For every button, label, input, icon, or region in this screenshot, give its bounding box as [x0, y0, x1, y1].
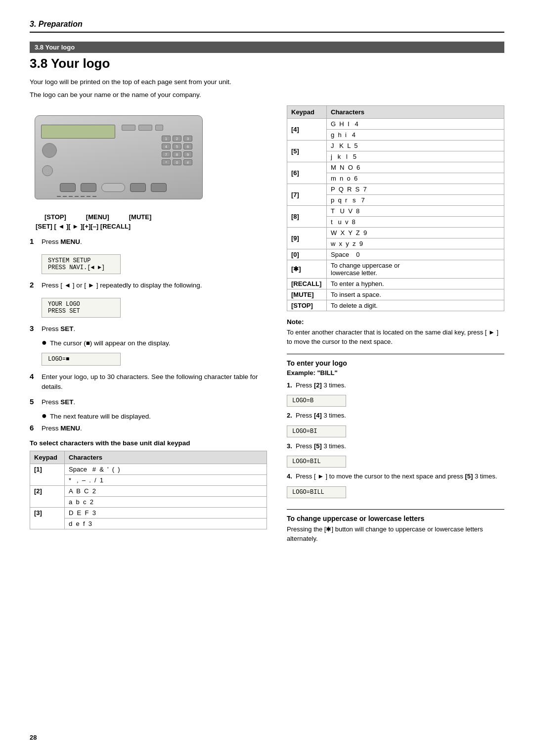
section-title: 3. Preparation	[30, 20, 83, 28]
enter-logo-title: To enter your logo	[287, 359, 504, 367]
section-header: 3. Preparation	[30, 20, 504, 33]
fax-illustration: 1 2 3 4 5 6 7 8 9 * 0 #	[35, 110, 213, 209]
step-3-bullet: ● The cursor (■) will appear on the disp…	[42, 339, 267, 348]
step-5: 5 Press SET.	[30, 397, 267, 407]
table-row: [5] J K L 5	[287, 140, 504, 151]
menu-label: [MENU]	[86, 213, 109, 221]
intro-line2: The logo can be your name or the name of…	[30, 90, 504, 100]
logo-display-bill: LOGO=BILL	[287, 486, 346, 498]
step-6: 6 Press MENU.	[30, 424, 267, 433]
right-char-table: Keypad Characters [4] G H I 4 g h i 4 [5…	[287, 105, 504, 311]
table-row: [7] P Q R S 7	[287, 184, 504, 194]
table-row: [0] Space 0	[287, 249, 504, 260]
step-3: 3 Press SET.	[30, 324, 267, 334]
chapter-title-bar: 3.8 Your logo	[30, 42, 504, 53]
logo-display-bil: LOGO=BIL	[287, 456, 346, 468]
right-table-chars-header: Characters	[327, 105, 504, 118]
note-title: Note:	[287, 318, 504, 326]
logo-display-b: LOGO=B	[287, 395, 346, 407]
stop-label: [STOP]	[44, 213, 66, 221]
left-table-keypad-header: Keypad	[30, 451, 65, 464]
left-char-table: Keypad Characters [1] Space # & ' ( ) * …	[30, 451, 267, 529]
right-column: Keypad Characters [4] G H I 4 g h i 4 [5…	[287, 105, 504, 544]
table-row: d e f 3	[30, 519, 267, 529]
left-table-chars-header: Characters	[65, 451, 267, 464]
enter-logo-section: To enter your logo Example: "BILL" 1. Pr…	[287, 354, 504, 502]
note-text: To enter another character that is locat…	[287, 328, 504, 347]
step-5-bullet: ● The next feature will be displayed.	[42, 412, 267, 422]
enter-step-1: 1. Press [2] 3 times.	[287, 380, 504, 390]
logo-display-bi: LOGO=BI	[287, 425, 346, 437]
table-row: [9] W X Y Z 9	[287, 227, 504, 238]
enter-step-3: 3. Press [5] 3 times.	[287, 441, 504, 451]
chapter-title-bar-text: 3.8 Your logo	[35, 44, 75, 51]
note-section: Note: To enter another character that is…	[287, 318, 504, 347]
table-row: [6] M N O 6	[287, 162, 504, 173]
enter-step-2: 2. Press [4] 3 times.	[287, 411, 504, 421]
table-row: [1] Space # & ' ( )	[30, 464, 267, 475]
fax-key-labels-row1: [STOP] [MENU] [MUTE]	[44, 213, 267, 221]
keypad-instruction: To select characters with the base unit …	[30, 439, 267, 447]
right-table-keypad-header: Keypad	[287, 105, 327, 118]
mute-label: [MUTE]	[129, 213, 152, 221]
enter-logo-subtitle: Example: "BILL"	[287, 369, 504, 377]
display-logo-cursor: LOGO=■	[42, 353, 121, 366]
table-row: a b c 2	[30, 497, 267, 508]
change-case-title: To change uppercase or lowercase letters	[287, 515, 504, 522]
intro-line1: Your logo will be printed on the top of …	[30, 77, 504, 87]
table-row: [4] G H I 4	[287, 118, 504, 129]
left-column: 1 2 3 4 5 6 7 8 9 * 0 #	[30, 105, 267, 544]
table-row: [3] D E F 3	[30, 508, 267, 519]
display-your-logo: YOUR LOGOPRESS SET	[42, 298, 121, 318]
table-row: [RECALL] To enter a hyphen.	[287, 278, 504, 289]
change-case-text: Pressing the [✱] button will change to u…	[287, 524, 504, 544]
change-case-section: To change uppercase or lowercase letters…	[287, 509, 504, 544]
step-2: 2 Press [ ◄ ] or [ ► ] repeatedly to dis…	[30, 281, 267, 290]
page-title: 3.8 Your logo	[30, 56, 504, 71]
table-row: [MUTE] To insert a space.	[287, 289, 504, 300]
step-4: 4 Enter your logo, up to 30 characters. …	[30, 372, 267, 392]
table-row: [STOP] To delete a digit.	[287, 300, 504, 311]
table-row: [✱] To change uppercase orlowercase lett…	[287, 260, 504, 278]
page-number: 28	[30, 734, 37, 741]
enter-step-4: 4. Press [ ► ] to move the cursor to the…	[287, 472, 504, 481]
display-system-setup: SYSTEM SETUPPRESS NAVI.[◄ ►]	[42, 254, 121, 274]
step-1: 1 Press MENU.	[30, 237, 267, 247]
table-row: * , – . / 1	[30, 475, 267, 486]
table-row: [8] T U V 8	[287, 205, 504, 216]
fax-key-labels-row2: [SET] [ ◄ ][ ► ][+][–] [RECALL]	[36, 223, 267, 230]
table-row: [2] A B C 2	[30, 486, 267, 497]
